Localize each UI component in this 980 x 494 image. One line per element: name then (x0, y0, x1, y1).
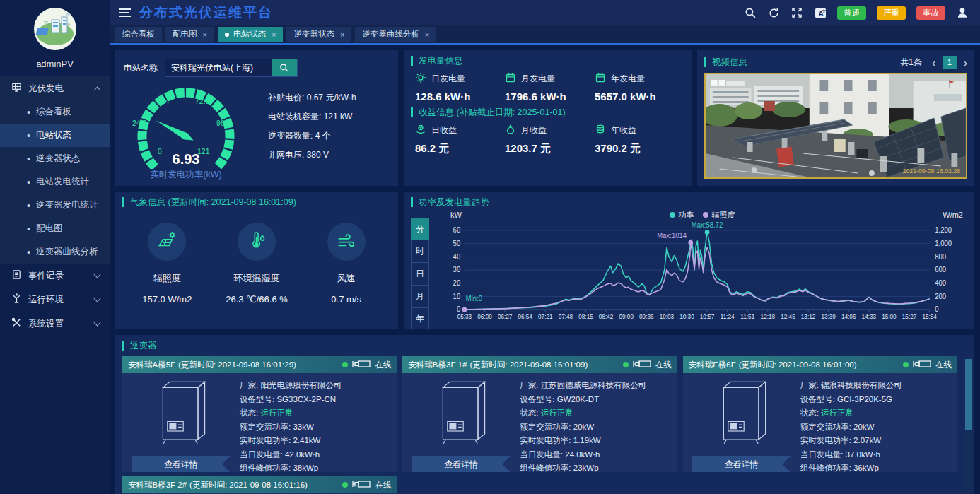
sidebar-item-station-status[interactable]: •电站状态 (0, 124, 110, 147)
calendar-icon (505, 72, 516, 86)
svg-text:13:39: 13:39 (821, 313, 836, 320)
content: 电站名称 (110, 45, 980, 494)
range-tab-hour[interactable]: 时 (411, 240, 429, 263)
temperature-humidity-item: 环境温湿度 26.3 ℃/66.6 % (212, 223, 302, 305)
coins-stack-icon (595, 124, 606, 137)
sidebar-nav: 光伏发电 •综合看板 •电站状态 •逆变器状态 •电站发电统计 •逆变器发电统计… (0, 76, 110, 336)
username: adminPV (0, 59, 110, 69)
bullet-icon: • (27, 131, 30, 141)
field-peak: 组件峰值功率: 36kWp (800, 461, 953, 472)
menu-toggle-icon[interactable] (119, 8, 131, 17)
sidebar-item-environment[interactable]: 运行环境 (0, 288, 110, 312)
alarm-badge-normal[interactable]: 普通 (837, 6, 866, 20)
inverter-name: 安科瑞B楼3F 2# (128, 480, 187, 490)
user-icon[interactable] (956, 6, 969, 19)
video-count: 共1条 (900, 57, 922, 69)
inverter-update-time: (更新时间: 2021-09-08 16:01:09) (469, 360, 588, 370)
tab-label: 综合看板 (122, 29, 155, 40)
scrollbar-thumb[interactable] (965, 359, 972, 430)
inverter-card: 安科瑞B楼3F 2# (更新时间: 2021-09-08 16:01:16) 在… (122, 476, 397, 494)
translate-icon[interactable]: A文 (814, 6, 827, 19)
wind-speed-item: 风速 0.7 m/s (301, 223, 391, 305)
station-search-input[interactable] (165, 59, 272, 76)
close-icon[interactable]: × (425, 30, 429, 39)
tab-distribution-diagram[interactable]: 配电图× (165, 27, 214, 42)
sidebar-item-label: 电站发电统计 (36, 176, 89, 188)
gauge-tick: 24.2 (132, 119, 146, 127)
video-title: 视频信息 (704, 57, 747, 67)
sidebar-item-inverter-stats[interactable]: •逆变器发电统计 (0, 194, 110, 217)
legend-label[interactable]: 辐照度 (712, 210, 735, 220)
tab-inverter-status[interactable]: 逆变器状态× (286, 27, 351, 42)
station-search-label: 电站名称 (124, 62, 158, 74)
sidebar-item-station-stats[interactable]: •电站发电统计 (0, 170, 110, 194)
search-icon[interactable] (744, 6, 757, 19)
video-panel: 视频信息 共1条 ‹ 1 › (697, 50, 974, 186)
sidebar-item-label: 逆变器曲线分析 (36, 246, 98, 258)
field-realtime: 实时发电功率: 2.41kW (240, 434, 392, 448)
sidebar-group-label: 事件记录 (28, 270, 64, 282)
sidebar-item-inverter-status[interactable]: •逆变器状态 (0, 147, 110, 170)
trend-chart-svg: 0010200204003060040800501,000601,20005:3… (435, 220, 967, 324)
trend-chart: kW 功率 辐照度 W/m2 0010200204003060040800501… (435, 209, 967, 329)
tab-dashboard[interactable]: 综合看板 (115, 27, 162, 42)
station-panel: 电站名称 (115, 50, 398, 186)
page-number[interactable]: 1 (943, 56, 957, 69)
inverter-device-icon (427, 377, 495, 453)
coin-hand-icon (415, 124, 426, 137)
sidebar: adminPV 光伏发电 •综合看板 •电站状态 •逆变器状态 •电站发电统计 … (0, 0, 110, 494)
prev-icon[interactable]: ‹ (932, 57, 935, 68)
tab-inverter-curve[interactable]: 逆变器曲线分析× (355, 27, 436, 42)
svg-text:10:03: 10:03 (660, 313, 675, 320)
svg-text:13:12: 13:12 (801, 313, 816, 320)
range-tab-month[interactable]: 月 (411, 286, 429, 308)
chart-legend: 功率 辐照度 (670, 210, 735, 220)
range-tab-year[interactable]: 年 (411, 308, 429, 329)
sidebar-item-system-settings[interactable]: 系统设置 (0, 312, 110, 336)
field-vendor: 厂家: 阳光电源股份有限公司 (240, 379, 392, 393)
svg-text:06:54: 06:54 (518, 313, 532, 320)
station-search-button[interactable] (272, 59, 297, 76)
sidebar-item-pv-generation[interactable]: 光伏发电 (0, 76, 110, 100)
field-daily: 当日发电量: 42.0kW·h (240, 448, 392, 462)
sidebar-item-label: 电站状态 (36, 129, 71, 141)
station-info-row: 逆变器数量: 4 个 (268, 127, 391, 146)
sidebar-item-event-records[interactable]: 事件记录 (0, 264, 110, 288)
solar-irradiance-icon (156, 230, 177, 254)
sidebar-item-inverter-curve[interactable]: •逆变器曲线分析 (0, 240, 110, 264)
tab-station-status[interactable]: 电站状态× (218, 27, 283, 42)
svg-text:600: 600 (935, 266, 946, 274)
station-info-row: 并网电压: 380 V (268, 146, 391, 165)
inverter-scrollbar[interactable] (965, 359, 972, 491)
legend-label[interactable]: 功率 (679, 210, 694, 220)
close-icon[interactable]: × (340, 30, 344, 39)
svg-text:06:27: 06:27 (498, 313, 513, 320)
video-frame[interactable]: 2021-09-08 16:02:28 (704, 73, 967, 179)
daily-generation: 日发电量 128.6 kW·h (415, 72, 505, 102)
range-tab-day[interactable]: 日 (411, 263, 429, 286)
alarm-badge-accident[interactable]: 事故 (916, 6, 945, 20)
app-root: adminPV 光伏发电 •综合看板 •电站状态 •逆变器状态 •电站发电统计 … (0, 0, 980, 494)
inverter-device-icon (708, 377, 776, 453)
svg-text:07:21: 07:21 (538, 313, 553, 320)
svg-text:1,200: 1,200 (935, 226, 952, 234)
alarm-badge-serious[interactable]: 严重 (877, 6, 906, 20)
view-details-button[interactable]: 查看详情 (692, 456, 791, 472)
fullscreen-icon[interactable] (791, 6, 803, 19)
sidebar-group-label: 系统设置 (28, 318, 64, 330)
money-bag-icon (505, 124, 516, 137)
range-tab-minute[interactable]: 分 (411, 218, 429, 240)
inverter-update-time: (更新时间: 2021-09-08 16:01:00) (739, 360, 857, 370)
sidebar-item-dashboard[interactable]: •综合看板 (0, 100, 110, 124)
next-icon[interactable]: › (964, 57, 967, 68)
field-rated: 额定交流功率: 33kW (240, 421, 392, 435)
close-icon[interactable]: × (203, 30, 207, 39)
close-icon[interactable]: × (272, 30, 276, 39)
field-peak: 组件峰值功率: 38kWp (240, 461, 392, 472)
bullet-icon: • (27, 107, 30, 117)
generation-title: 发电量信息 (411, 56, 684, 66)
view-details-button[interactable]: 查看详情 (412, 456, 511, 472)
view-details-button[interactable]: 查看详情 (132, 456, 231, 472)
refresh-icon[interactable] (767, 6, 780, 19)
sidebar-item-distribution-diagram[interactable]: •配电图 (0, 217, 110, 240)
